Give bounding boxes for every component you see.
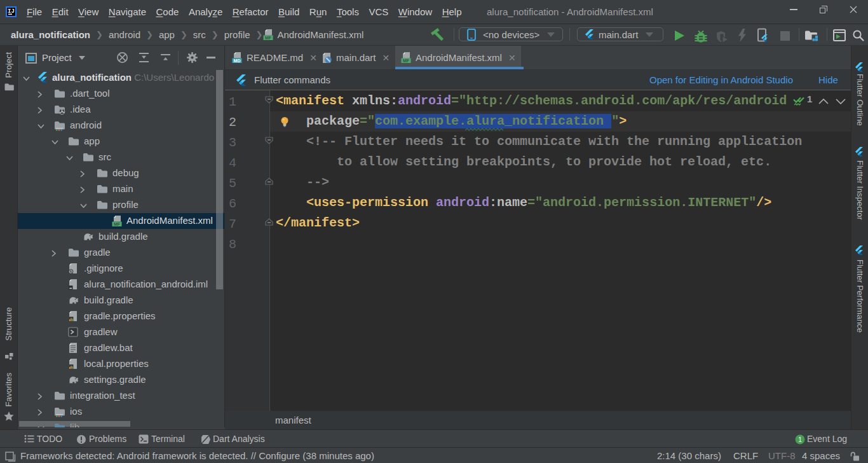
svg-text:MF: MF xyxy=(403,59,410,63)
svg-text:MF: MF xyxy=(114,222,121,226)
svg-text:MF: MF xyxy=(264,36,271,40)
svg-text:1: 1 xyxy=(798,436,802,443)
svg-text:IJ: IJ xyxy=(8,8,15,15)
svg-text:MD: MD xyxy=(234,59,241,63)
